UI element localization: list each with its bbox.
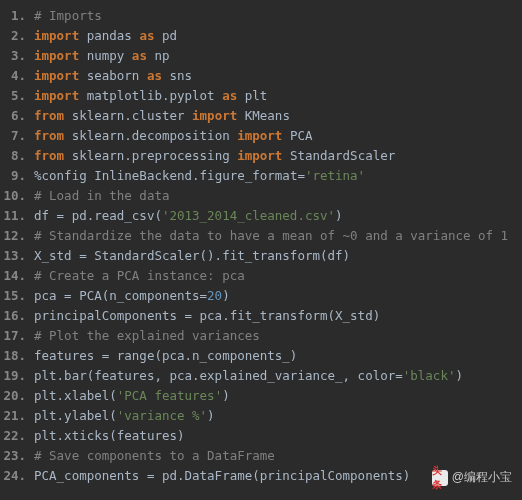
token-op xyxy=(282,148,290,163)
code-line[interactable]: 8.from sklearn.preprocessing import Stan… xyxy=(0,146,522,166)
token-ident: sklearn.preprocessing xyxy=(72,148,230,163)
token-ident: pca = PCA(n_components= xyxy=(34,288,207,303)
code-content[interactable]: df = pd.read_csv('2013_2014_cleaned.csv'… xyxy=(34,206,522,226)
line-number: 13. xyxy=(0,246,34,266)
code-content[interactable]: import seaborn as sns xyxy=(34,66,522,86)
code-line[interactable]: 17.# Plot the explained variances xyxy=(0,326,522,346)
token-ident: sklearn.cluster xyxy=(72,108,185,123)
code-content[interactable]: X_std = StandardScaler().fit_transform(d… xyxy=(34,246,522,266)
code-content[interactable]: # Load in the data xyxy=(34,186,522,206)
code-line[interactable]: 3.import numpy as np xyxy=(0,46,522,66)
code-line[interactable]: 2.import pandas as pd xyxy=(0,26,522,46)
token-ident: ) xyxy=(222,388,230,403)
code-content[interactable]: pca = PCA(n_components=20) xyxy=(34,286,522,306)
line-number: 20. xyxy=(0,386,34,406)
code-content[interactable]: plt.ylabel('variance %') xyxy=(34,406,522,426)
code-content[interactable]: # Create a PCA instance: pca xyxy=(34,266,522,286)
code-line[interactable]: 15.pca = PCA(n_components=20) xyxy=(0,286,522,306)
token-keyword: as xyxy=(139,28,154,43)
line-number: 5. xyxy=(0,86,34,106)
code-line[interactable]: 13.X_std = StandardScaler().fit_transfor… xyxy=(0,246,522,266)
code-content[interactable]: # Save components to a DataFrame xyxy=(34,446,522,466)
token-op xyxy=(154,28,162,43)
code-content[interactable]: plt.xlabel('PCA features') xyxy=(34,386,522,406)
code-content[interactable]: principalComponents = pca.fit_transform(… xyxy=(34,306,522,326)
token-comment: # Plot the explained variances xyxy=(34,328,260,343)
code-line[interactable]: 11.df = pd.read_csv('2013_2014_cleaned.c… xyxy=(0,206,522,226)
line-number: 3. xyxy=(0,46,34,66)
code-line[interactable]: 14.# Create a PCA instance: pca xyxy=(0,266,522,286)
line-number: 8. xyxy=(0,146,34,166)
code-content[interactable]: %config InlineBackend.figure_format='ret… xyxy=(34,166,522,186)
line-number: 16. xyxy=(0,306,34,326)
code-line[interactable]: 12.# Standardize the data to have a mean… xyxy=(0,226,522,246)
token-ident: plt.ylabel( xyxy=(34,408,117,423)
token-op xyxy=(185,108,193,123)
code-line[interactable]: 22.plt.xticks(features) xyxy=(0,426,522,446)
token-op xyxy=(64,128,72,143)
code-content[interactable]: features = range(pca.n_components_) xyxy=(34,346,522,366)
code-line[interactable]: 6.from sklearn.cluster import KMeans xyxy=(0,106,522,126)
token-ident: principalComponents = pca.fit_transform(… xyxy=(34,308,380,323)
code-content[interactable]: from sklearn.preprocessing import Standa… xyxy=(34,146,522,166)
token-string: 'retina' xyxy=(305,168,365,183)
token-op xyxy=(64,148,72,163)
code-line[interactable]: 9.%config InlineBackend.figure_format='r… xyxy=(0,166,522,186)
line-number: 1. xyxy=(0,6,34,26)
code-content[interactable]: import numpy as np xyxy=(34,46,522,66)
code-content[interactable]: plt.xticks(features) xyxy=(34,426,522,446)
code-line[interactable]: 20.plt.xlabel('PCA features') xyxy=(0,386,522,406)
token-ident: plt.xlabel( xyxy=(34,388,117,403)
code-content[interactable]: # Plot the explained variances xyxy=(34,326,522,346)
code-content[interactable]: # Imports xyxy=(34,6,522,26)
token-keyword: from xyxy=(34,148,64,163)
token-keyword: import xyxy=(34,68,79,83)
token-op xyxy=(237,108,245,123)
token-comment: # Create a PCA instance: pca xyxy=(34,268,245,283)
code-line[interactable]: 4.import seaborn as sns xyxy=(0,66,522,86)
token-ident: np xyxy=(154,48,169,63)
code-content[interactable]: plt.bar(features, pca.explained_variance… xyxy=(34,366,522,386)
token-string: '2013_2014_cleaned.csv' xyxy=(162,208,335,223)
token-ident: X_std = StandardScaler().fit_transform(d… xyxy=(34,248,350,263)
line-number: 10. xyxy=(0,186,34,206)
code-line[interactable]: 21.plt.ylabel('variance %') xyxy=(0,406,522,426)
code-line[interactable]: 1.# Imports xyxy=(0,6,522,26)
code-line[interactable]: 7.from sklearn.decomposition import PCA xyxy=(0,126,522,146)
token-keyword: import xyxy=(192,108,237,123)
token-ident: plt.bar(features, pca.explained_variance… xyxy=(34,368,403,383)
code-content[interactable]: import pandas as pd xyxy=(34,26,522,46)
token-keyword: import xyxy=(34,48,79,63)
line-number: 22. xyxy=(0,426,34,446)
code-content[interactable]: # Standardize the data to have a mean of… xyxy=(34,226,522,246)
token-op xyxy=(124,48,132,63)
token-keyword: as xyxy=(222,88,237,103)
code-line[interactable]: 10.# Load in the data xyxy=(0,186,522,206)
token-keyword: import xyxy=(237,148,282,163)
token-op xyxy=(162,68,170,83)
code-line[interactable]: 18.features = range(pca.n_components_) xyxy=(0,346,522,366)
token-ident: plt.xticks(features) xyxy=(34,428,185,443)
token-keyword: as xyxy=(147,68,162,83)
token-comment: # Load in the data xyxy=(34,188,169,203)
code-content[interactable]: from sklearn.decomposition import PCA xyxy=(34,126,522,146)
token-string: 'variance %' xyxy=(117,408,207,423)
line-number: 14. xyxy=(0,266,34,286)
token-ident: ) xyxy=(335,208,343,223)
code-line[interactable]: 16.principalComponents = pca.fit_transfo… xyxy=(0,306,522,326)
token-string: 'black' xyxy=(403,368,456,383)
token-ident: KMeans xyxy=(245,108,290,123)
code-line[interactable]: 19.plt.bar(features, pca.explained_varia… xyxy=(0,366,522,386)
code-line[interactable]: 5.import matplotlib.pyplot as plt xyxy=(0,86,522,106)
token-ident: PCA xyxy=(290,128,313,143)
code-content[interactable]: from sklearn.cluster import KMeans xyxy=(34,106,522,126)
line-number: 23. xyxy=(0,446,34,466)
token-keyword: import xyxy=(237,128,282,143)
token-comment: # Standardize the data to have a mean of… xyxy=(34,228,508,243)
token-op xyxy=(79,88,87,103)
code-editor[interactable]: 1.# Imports2.import pandas as pd3.import… xyxy=(0,0,522,492)
token-ident: df = pd.read_csv( xyxy=(34,208,162,223)
token-ident: pd xyxy=(162,28,177,43)
token-ident: ) xyxy=(222,288,230,303)
code-content[interactable]: import matplotlib.pyplot as plt xyxy=(34,86,522,106)
